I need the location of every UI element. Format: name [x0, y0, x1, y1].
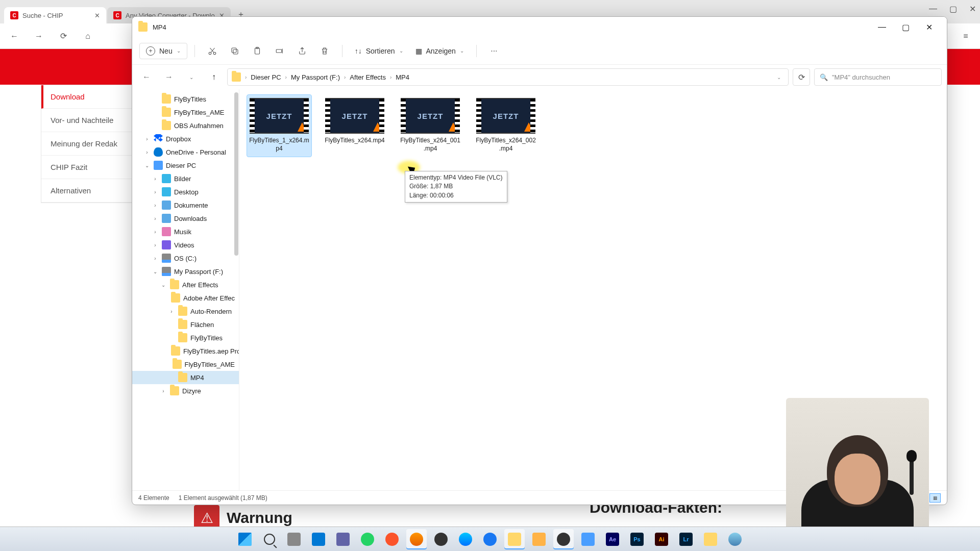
- nav-item[interactable]: OBS Aufnahmen: [132, 119, 239, 132]
- taskbar-app-facebook[interactable]: [480, 529, 500, 549]
- expand-icon[interactable]: ›: [152, 256, 159, 261]
- maximize-button[interactable]: ▢: [894, 19, 917, 35]
- expand-icon[interactable]: ›: [152, 189, 159, 195]
- sidebar-item-fazit[interactable]: CHIP Fazit: [41, 156, 132, 179]
- crumb-item[interactable]: MP4: [394, 72, 411, 82]
- delete-button[interactable]: [314, 41, 335, 61]
- taskbar[interactable]: Ae Ps Ai Lr: [0, 527, 980, 551]
- search-button[interactable]: [259, 529, 280, 549]
- taskbar-app-ai[interactable]: Ai: [651, 529, 672, 549]
- home-button[interactable]: ⌂: [80, 28, 96, 44]
- nav-item[interactable]: FlyByTitles_AME: [132, 106, 239, 119]
- refresh-button[interactable]: ⟳: [793, 68, 810, 86]
- file-item[interactable]: JETZTFlyByTitles_x264_002.mp4: [473, 94, 538, 157]
- taskbar-app-brave[interactable]: [382, 529, 402, 549]
- taskbar-app[interactable]: [700, 529, 721, 549]
- expand-icon[interactable]: ⌄: [152, 269, 159, 274]
- nav-item[interactable]: ›Dokumente: [132, 198, 239, 212]
- crumb-item[interactable]: After Effects: [348, 72, 388, 82]
- nav-item[interactable]: Adobe After Effec: [132, 291, 239, 305]
- copy-button[interactable]: [225, 41, 245, 61]
- nav-item[interactable]: ›OneDrive - Personal: [132, 145, 239, 159]
- sidebar-item-opinion[interactable]: Meinung der Redak: [41, 132, 132, 156]
- taskbar-app[interactable]: [529, 529, 549, 549]
- file-item[interactable]: JETZTFlyByTitles_1_x264.mp4: [247, 94, 312, 157]
- taskbar-app[interactable]: [578, 529, 598, 549]
- view-button[interactable]: ▦ Anzeigen ⌄: [410, 44, 469, 58]
- taskbar-app[interactable]: [333, 529, 353, 549]
- expand-icon[interactable]: ›: [152, 203, 159, 208]
- nav-item[interactable]: ›Desktop: [132, 185, 239, 198]
- file-item[interactable]: JETZTFlyByTitles_x264.mp4: [322, 94, 387, 157]
- nav-item[interactable]: FlyByTitles: [132, 92, 239, 106]
- nav-item[interactable]: ›OS (C:): [132, 252, 239, 265]
- new-button[interactable]: ＋ Neu ⌄: [139, 43, 187, 59]
- share-button[interactable]: [292, 41, 312, 61]
- nav-item[interactable]: ›Dizyre: [132, 384, 239, 397]
- taskbar-app-whatsapp[interactable]: [357, 529, 378, 549]
- nav-item[interactable]: ›Downloads: [132, 212, 239, 225]
- crumb-item[interactable]: Dieser PC: [249, 72, 283, 82]
- close-icon[interactable]: ✕: [969, 4, 976, 14]
- sidebar-item-proscons[interactable]: Vor- und Nachteile: [41, 109, 132, 132]
- minimize-button[interactable]: —: [870, 19, 894, 35]
- expand-icon[interactable]: ⌄: [160, 282, 167, 288]
- nav-item[interactable]: ›Auto-Rendern: [132, 305, 239, 318]
- sort-button[interactable]: ↑↓ Sortieren ⌄: [350, 44, 408, 58]
- taskbar-app[interactable]: [725, 529, 745, 549]
- expand-icon[interactable]: ›: [143, 149, 151, 155]
- taskbar-app-firefox[interactable]: [406, 529, 427, 549]
- expand-icon[interactable]: ›: [143, 136, 151, 142]
- sidebar-item-download[interactable]: Download: [41, 85, 132, 109]
- thumbnail-view-button[interactable]: ▦: [929, 493, 941, 503]
- rename-button[interactable]: [270, 41, 290, 61]
- recent-button[interactable]: ⌄: [182, 68, 201, 86]
- paste-button[interactable]: [247, 41, 267, 61]
- maximize-icon[interactable]: ▢: [949, 4, 957, 14]
- more-button[interactable]: ···: [484, 41, 504, 61]
- nav-item[interactable]: Flächen: [132, 318, 239, 331]
- start-button[interactable]: [235, 529, 255, 549]
- file-item[interactable]: JETZTFlyByTitles_x264_001.mp4: [398, 94, 463, 157]
- expand-icon[interactable]: ›: [152, 176, 159, 182]
- close-button[interactable]: ✕: [917, 19, 941, 35]
- search-input[interactable]: 🔍 "MP4" durchsuchen: [814, 68, 942, 86]
- nav-item[interactable]: FlyByTitles: [132, 331, 239, 344]
- expand-icon[interactable]: ⌄: [143, 163, 151, 168]
- expand-icon[interactable]: ›: [152, 216, 159, 221]
- nav-item[interactable]: ›Musik: [132, 225, 239, 238]
- expand-icon[interactable]: ›: [160, 388, 167, 394]
- scrollbar[interactable]: [234, 92, 238, 256]
- nav-item[interactable]: ⌄My Passport (F:): [132, 265, 239, 278]
- nav-item[interactable]: MP4: [132, 371, 239, 384]
- navigation-pane[interactable]: FlyByTitlesFlyByTitles_AMEOBS Aufnahmen›…: [132, 89, 239, 490]
- chevron-down-icon[interactable]: ⌄: [774, 74, 784, 80]
- nav-item[interactable]: ⌄Dieser PC: [132, 159, 239, 172]
- minimize-icon[interactable]: —: [929, 4, 937, 14]
- browser-tab[interactable]: C Suche - CHIP ✕: [4, 7, 106, 23]
- close-icon[interactable]: ✕: [94, 12, 100, 19]
- breadcrumb[interactable]: › Dieser PC › My Passport (F:) › After E…: [227, 68, 789, 86]
- taskbar-app-explorer[interactable]: [504, 529, 525, 549]
- nav-item[interactable]: ›Dropbox: [132, 132, 239, 145]
- nav-item[interactable]: ›Videos: [132, 238, 239, 252]
- sidebar-item-alternatives[interactable]: Alternativen: [41, 179, 132, 203]
- taskbar-app[interactable]: [431, 529, 451, 549]
- taskbar-app-obs[interactable]: [553, 529, 574, 549]
- taskbar-app-ps[interactable]: Ps: [627, 529, 647, 549]
- nav-item[interactable]: ›Bilder: [132, 172, 239, 185]
- back-button[interactable]: ←: [6, 28, 22, 44]
- forward-button[interactable]: →: [31, 28, 47, 44]
- task-view-button[interactable]: [284, 529, 304, 549]
- nav-item[interactable]: FlyByTitles_AME: [132, 358, 239, 371]
- taskbar-app-messenger[interactable]: [455, 529, 476, 549]
- expand-icon[interactable]: ›: [168, 309, 175, 314]
- crumb-item[interactable]: My Passport (F:): [289, 72, 342, 82]
- cut-button[interactable]: [202, 41, 223, 61]
- back-button[interactable]: ←: [137, 68, 156, 86]
- expand-icon[interactable]: ›: [152, 229, 159, 235]
- menu-button[interactable]: ≡: [958, 28, 974, 44]
- reload-button[interactable]: ⟳: [55, 28, 71, 44]
- up-button[interactable]: ↑: [205, 68, 223, 86]
- taskbar-app-lr[interactable]: Lr: [676, 529, 696, 549]
